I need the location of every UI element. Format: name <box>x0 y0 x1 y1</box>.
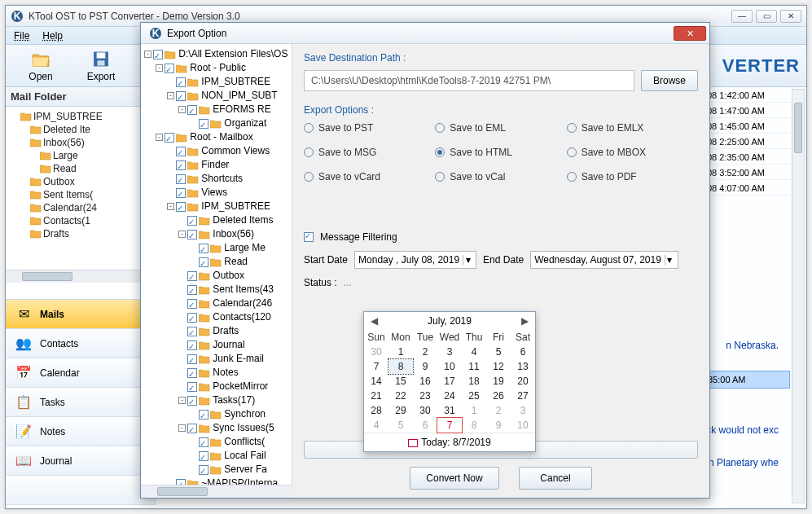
dlg-tree-item[interactable]: IPM_SUBTREE <box>144 75 290 89</box>
tree-checkbox[interactable] <box>199 437 208 447</box>
dlg-tree-item[interactable]: Junk E-mail <box>144 352 290 366</box>
tree-checkbox[interactable] <box>187 105 197 115</box>
expand-icon[interactable]: - <box>167 92 174 99</box>
dlg-tree-item[interactable]: Calendar(246 <box>144 297 290 310</box>
tree-checkbox[interactable] <box>187 396 197 406</box>
cal-day[interactable]: 27 <box>511 389 535 403</box>
cal-day[interactable]: 30 <box>364 345 388 359</box>
cal-day[interactable]: 6 <box>511 345 535 359</box>
cal-day[interactable]: 6 <box>413 418 437 433</box>
tree-checkbox[interactable] <box>187 313 197 323</box>
dlg-tree-item[interactable]: Sent Items(43 <box>144 283 290 297</box>
menu-help[interactable]: Help <box>42 30 63 42</box>
tree-checkbox[interactable] <box>199 465 208 475</box>
tree-item-label[interactable]: Contacts(1 <box>43 214 90 227</box>
nav-calendar[interactable]: 📅Calendar <box>6 358 155 388</box>
dlg-tree-item[interactable]: - Root - Public <box>144 61 290 75</box>
close-button[interactable]: ✕ <box>780 10 801 23</box>
cal-day[interactable]: 1 <box>462 403 486 418</box>
tree-checkbox[interactable] <box>187 230 197 239</box>
dlg-tree-item[interactable]: Deleted Items <box>144 213 290 227</box>
mail-row[interactable]: 08 2:25:00 AM <box>702 135 805 149</box>
cal-day[interactable]: 25 <box>462 389 486 403</box>
radio-save-to-eml[interactable]: Save to EML <box>435 122 566 134</box>
cal-day[interactable]: 13 <box>511 359 535 374</box>
cancel-button[interactable]: Cancel <box>519 467 592 490</box>
cal-day[interactable]: 19 <box>486 374 511 389</box>
cal-day[interactable]: 5 <box>388 418 413 433</box>
expand-icon[interactable]: - <box>167 203 174 210</box>
cal-day[interactable]: 4 <box>462 345 486 359</box>
cal-day[interactable]: 22 <box>388 389 413 403</box>
nav-notes[interactable]: 📝Notes <box>6 417 155 446</box>
mail-row[interactable]: 08 2:35:00 AM <box>702 151 805 165</box>
convert-now-button[interactable]: Convert Now <box>410 467 499 490</box>
nav-mails[interactable]: ✉Mails <box>6 300 155 329</box>
tree-item-label[interactable]: IPM_SUBTREE <box>33 110 103 123</box>
tree-checkbox[interactable] <box>176 91 186 101</box>
tree-checkbox[interactable] <box>199 410 208 420</box>
tree-item-label[interactable]: Inbox(56) <box>43 136 85 149</box>
tree-checkbox[interactable] <box>187 424 197 433</box>
dlg-tree-item[interactable]: Views <box>144 186 290 200</box>
cal-prev-button[interactable]: ◀ <box>371 315 378 327</box>
expand-icon[interactable]: - <box>144 51 151 58</box>
cal-day[interactable]: 21 <box>364 389 388 403</box>
expand-icon[interactable]: - <box>178 397 186 404</box>
mail-row[interactable]: 08 1:47:00 AM <box>702 104 805 118</box>
cal-day[interactable]: 9 <box>413 359 437 374</box>
cal-day[interactable]: 7 <box>364 359 388 374</box>
expand-icon[interactable]: - <box>156 134 163 141</box>
cal-day[interactable]: 2 <box>486 403 511 418</box>
tree-checkbox[interactable] <box>187 299 197 309</box>
cal-day[interactable]: 4 <box>364 418 388 433</box>
radio-save-to-pst[interactable]: Save to PST <box>304 122 435 134</box>
cal-day[interactable]: 14 <box>364 374 388 389</box>
calendar-today-row[interactable]: Today: 8/7/2019 <box>364 433 535 451</box>
folder-tree[interactable]: IPM_SUBTREEDeleted IteInbox(56)LargeRead… <box>6 107 155 270</box>
tree-item-label[interactable]: Drafts <box>43 227 69 240</box>
nav-contacts[interactable]: 👥Contacts <box>6 329 155 358</box>
dlg-tree-item[interactable]: Organizat <box>144 116 290 130</box>
cal-day[interactable]: 29 <box>388 403 413 418</box>
tree-item-label[interactable]: Sent Items( <box>43 188 93 201</box>
dlg-tree-item[interactable]: Contacts(120 <box>144 310 290 324</box>
dlg-tree-item[interactable]: Notes <box>144 366 290 380</box>
cal-day[interactable]: 8 <box>462 418 486 433</box>
mail-row[interactable]: 08 1:42:00 AM <box>702 89 805 103</box>
minimize-button[interactable]: — <box>731 10 753 23</box>
radio-save-to-html[interactable]: Save to HTML <box>435 147 566 158</box>
right-vscroll[interactable] <box>792 89 805 503</box>
dialog-folder-tree[interactable]: - D:\All Extension Files\OS- Root - Publ… <box>141 44 292 498</box>
tree-checkbox[interactable] <box>165 133 174 143</box>
cal-day[interactable]: 12 <box>486 359 511 374</box>
tree-checkbox[interactable] <box>187 271 197 281</box>
expand-icon[interactable]: - <box>178 106 186 113</box>
tree-checkbox[interactable] <box>187 382 197 392</box>
end-date-picker[interactable]: Wednesday, August 07, 2019 ▾ <box>530 251 678 269</box>
dlg-tree-item[interactable]: - IPM_SUBTREE <box>144 200 290 213</box>
dlg-tree-item[interactable]: - Sync Issues(5 <box>144 421 290 435</box>
cal-day[interactable]: 5 <box>486 345 511 359</box>
tree-checkbox[interactable] <box>176 202 186 212</box>
cal-day[interactable]: 23 <box>413 389 437 403</box>
expand-icon[interactable]: - <box>156 64 163 72</box>
cal-day[interactable]: 16 <box>413 374 437 389</box>
tree-item-label[interactable]: Outbox <box>43 175 75 188</box>
cal-day[interactable]: 7 <box>437 418 462 433</box>
dlg-tree-item[interactable]: Synchron <box>144 407 290 421</box>
cal-day[interactable]: 17 <box>437 374 462 389</box>
cal-day[interactable]: 15 <box>388 374 413 389</box>
tree-checkbox[interactable] <box>176 147 186 156</box>
cal-next-button[interactable]: ▶ <box>521 315 529 327</box>
start-date-picker[interactable]: Monday , July 08, 2019 ▾ <box>354 251 476 269</box>
radio-save-to-vcard[interactable]: Save to vCard <box>304 171 435 182</box>
dlg-tree-item[interactable]: - Inbox(56) <box>144 227 290 241</box>
radio-save-to-msg[interactable]: Save to MSG <box>304 147 435 158</box>
dlg-tree-item[interactable]: Finder <box>144 158 290 172</box>
dialog-close-button[interactable]: ✕ <box>674 26 706 41</box>
tree-checkbox[interactable] <box>153 50 163 59</box>
dropdown-icon[interactable]: ▾ <box>665 255 674 265</box>
nav-more[interactable]: » <box>6 476 155 505</box>
dlg-tree-item[interactable]: Local Fail <box>144 449 290 463</box>
